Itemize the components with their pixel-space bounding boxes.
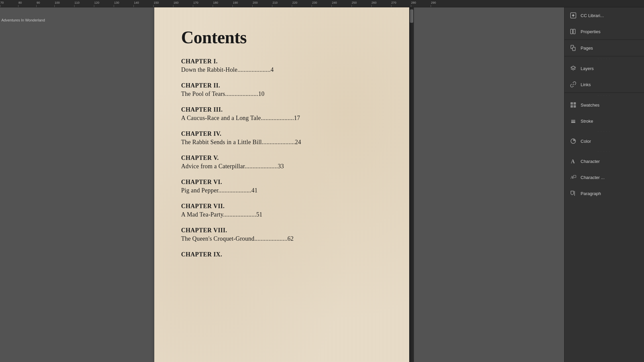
chapter-heading-1: CHAPTER I. bbox=[181, 58, 382, 65]
chapter-heading-4: CHAPTER IV. bbox=[181, 130, 382, 137]
chapter-subtitle-1: Down the Rabbit-Hole....................… bbox=[181, 66, 382, 73]
chapter-entry-9: CHAPTER IX. bbox=[181, 251, 382, 258]
ruler-mark-250: 250 bbox=[352, 1, 357, 7]
ruler-mark-110: 110 bbox=[74, 1, 79, 7]
svg-rect-4 bbox=[573, 47, 575, 51]
ruler-mark-240: 240 bbox=[331, 1, 337, 7]
sidebar-item-color[interactable]: Color bbox=[565, 133, 644, 149]
sidebar: CC Librari... Properties Pages · · · · ·… bbox=[564, 7, 644, 362]
chapter-entry-1: CHAPTER I. Down the Rabbit-Hole.........… bbox=[181, 58, 382, 73]
ruler-mark-200: 200 bbox=[252, 1, 258, 7]
sidebar-label-color: Color bbox=[581, 139, 591, 144]
chapter-heading-3: CHAPTER III. bbox=[181, 106, 382, 113]
chapters-list: CHAPTER I. Down the Rabbit-Hole.........… bbox=[181, 58, 382, 258]
chapter-subtitle-8: The Queen's Croquet-Ground..............… bbox=[181, 235, 382, 242]
ruler-mark-270: 270 bbox=[391, 1, 396, 7]
sidebar-label-links: Links bbox=[581, 82, 591, 87]
color-icon bbox=[570, 138, 577, 144]
svg-rect-5 bbox=[571, 102, 573, 105]
svg-rect-2 bbox=[573, 29, 575, 34]
sidebar-label-character-styles: Character ... bbox=[581, 175, 605, 180]
document-page: Contents CHAPTER I. Down the Rabbit-Hole… bbox=[154, 7, 409, 362]
cc-libraries-icon bbox=[570, 12, 577, 19]
character-icon: A bbox=[570, 158, 577, 165]
sidebar-items-container: CC Librari... Properties Pages · · · · ·… bbox=[565, 7, 644, 201]
chapter-subtitle-6: Pig and Pepper.....................41 bbox=[181, 187, 382, 194]
chapter-subtitle-2: The Pool of Tears.....................10 bbox=[181, 90, 382, 98]
chapter-entry-2: CHAPTER II. The Pool of Tears...........… bbox=[181, 82, 382, 98]
svg-rect-15 bbox=[574, 175, 576, 178]
drag-handle-swatches[interactable]: · · · · · bbox=[565, 93, 644, 97]
chapter-heading-2: CHAPTER II. bbox=[181, 82, 382, 89]
ruler-mark-180: 180 bbox=[213, 1, 218, 7]
sidebar-item-links[interactable]: Links bbox=[565, 76, 644, 93]
ruler-mark-70: 70 bbox=[0, 1, 4, 7]
svg-text:A: A bbox=[571, 159, 575, 164]
sidebar-item-character[interactable]: A Character bbox=[565, 153, 644, 169]
stroke-icon bbox=[570, 118, 577, 124]
ruler-mark-280: 280 bbox=[411, 1, 416, 7]
ruler-mark-220: 220 bbox=[292, 1, 297, 7]
scroll-thumb[interactable] bbox=[410, 9, 413, 23]
chapter-heading-6: CHAPTER VI. bbox=[181, 179, 382, 186]
sidebar-label-properties: Properties bbox=[581, 29, 600, 34]
sidebar-label-pages: Pages bbox=[581, 46, 593, 51]
ruler-mark-190: 190 bbox=[232, 1, 238, 7]
pasteboard-left: Adventures In Wonderland bbox=[0, 7, 154, 362]
sidebar-item-stroke[interactable]: Stroke bbox=[565, 113, 644, 129]
ruler-mark-170: 170 bbox=[193, 1, 198, 7]
svg-text:A: A bbox=[571, 175, 574, 180]
swatches-icon bbox=[570, 102, 577, 108]
svg-rect-1 bbox=[571, 29, 573, 34]
chapter-entry-4: CHAPTER IV. The Rabbit Sends in a Little… bbox=[181, 130, 382, 146]
vertical-scrollbar[interactable] bbox=[409, 7, 414, 362]
chapter-subtitle-4: The Rabbit Sends in a Little Bill.......… bbox=[181, 139, 382, 146]
sidebar-label-stroke: Stroke bbox=[581, 119, 593, 124]
chapter-entry-7: CHAPTER VII. A Mad Tea-Party............… bbox=[181, 203, 382, 218]
pages-icon bbox=[570, 45, 577, 51]
chapter-subtitle-3: A Caucus-Race and a Long Tale...........… bbox=[181, 115, 382, 122]
sidebar-item-properties[interactable]: Properties bbox=[565, 23, 644, 40]
ruler-mark-260: 260 bbox=[371, 1, 377, 7]
svg-rect-8 bbox=[574, 105, 576, 108]
sidebar-item-swatches[interactable]: Swatches bbox=[565, 97, 644, 113]
ruler-mark-90: 90 bbox=[36, 1, 40, 7]
svg-rect-7 bbox=[571, 105, 573, 108]
drag-handle-layers[interactable]: · · · · · bbox=[565, 56, 644, 60]
chapter-entry-8: CHAPTER VIII. The Queen's Croquet-Ground… bbox=[181, 227, 382, 242]
page-label: Adventures In Wonderland bbox=[1, 18, 45, 22]
chapter-entry-3: CHAPTER III. A Caucus-Race and a Long Ta… bbox=[181, 106, 382, 122]
contents-title: Contents bbox=[181, 27, 382, 47]
sidebar-label-character: Character bbox=[581, 159, 600, 164]
properties-icon bbox=[570, 28, 577, 35]
sidebar-item-cc-libraries[interactable]: CC Librari... bbox=[565, 7, 644, 23]
sidebar-item-layers[interactable]: Layers bbox=[565, 60, 644, 76]
svg-rect-6 bbox=[574, 102, 576, 105]
ruler-mark-100: 100 bbox=[54, 1, 60, 7]
sidebar-item-character-styles[interactable]: A Character ... bbox=[565, 169, 644, 185]
chapter-heading-7: CHAPTER VII. bbox=[181, 203, 382, 210]
ruler-mark-160: 160 bbox=[173, 1, 178, 7]
sidebar-label-layers: Layers bbox=[581, 66, 594, 71]
ruler-mark-290: 290 bbox=[431, 1, 436, 7]
ruler-mark-130: 130 bbox=[114, 1, 119, 7]
ruler-mark-120: 120 bbox=[94, 1, 99, 7]
links-icon bbox=[570, 81, 577, 88]
ruler: // We'll render the ruler marks inline v… bbox=[0, 0, 644, 7]
chapter-heading-8: CHAPTER VIII. bbox=[181, 227, 382, 234]
chapter-entry-6: CHAPTER VI. Pig and Pepper..............… bbox=[181, 179, 382, 194]
sidebar-label-paragraph: Paragraph bbox=[581, 191, 601, 196]
paragraph-icon bbox=[570, 190, 577, 197]
ruler-track: // We'll render the ruler marks inline v… bbox=[0, 0, 564, 7]
sidebar-item-paragraph[interactable]: Paragraph bbox=[565, 185, 644, 201]
ruler-mark-140: 140 bbox=[133, 1, 139, 7]
ruler-mark-150: 150 bbox=[153, 1, 159, 7]
drag-handle-color[interactable]: · · · · · bbox=[565, 129, 644, 133]
sidebar-item-pages[interactable]: Pages bbox=[565, 40, 644, 56]
chapter-heading-9: CHAPTER IX. bbox=[181, 251, 382, 258]
drag-handle-character[interactable]: · · · · · bbox=[565, 149, 644, 153]
sidebar-label-cc-libraries: CC Librari... bbox=[581, 13, 604, 18]
canvas-area: Adventures In Wonderland Contents CHAPTE… bbox=[0, 7, 564, 362]
ruler-mark-210: 210 bbox=[272, 1, 277, 7]
character-styles-icon: A bbox=[570, 174, 577, 181]
